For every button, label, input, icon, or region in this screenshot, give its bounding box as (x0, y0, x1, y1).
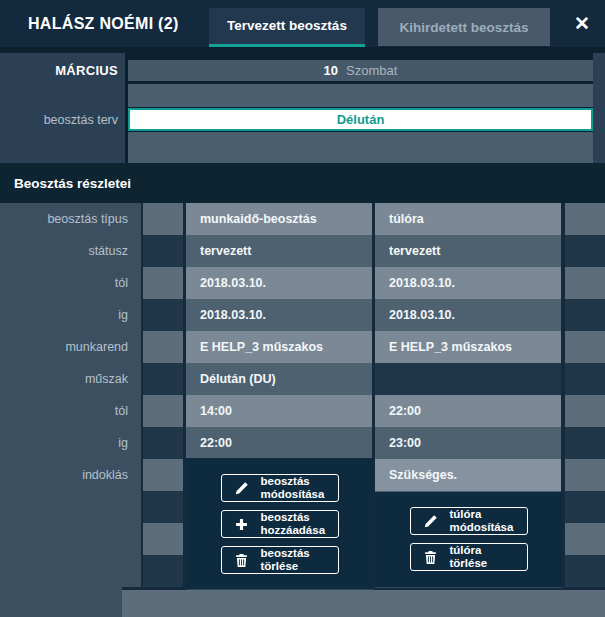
row-label: tól (0, 267, 141, 299)
pencil-icon (234, 480, 250, 496)
row-label: beosztás típus (0, 203, 141, 235)
label-column-extension (0, 587, 122, 617)
calendar-empty-band-top (128, 84, 593, 107)
trash-icon (423, 549, 439, 565)
value-cell-tulora: 2018.03.10. (375, 299, 561, 331)
row-margin (565, 459, 605, 491)
day-number: 10 (324, 63, 338, 78)
pencil-icon (423, 513, 439, 529)
row-spacer (143, 491, 183, 523)
shift-detail-dialog: HALÁSZ NOÉMI (2) Tervezett beosztás Kihi… (0, 0, 605, 617)
tab-tervezett-beosztas[interactable]: Tervezett beosztás (209, 8, 365, 47)
beosztas-torlese-button[interactable]: beosztás törlése (221, 546, 339, 574)
calendar-empty-band-bottom (128, 132, 593, 163)
value-cell-beosztas: 2018.03.10. (186, 299, 372, 331)
selected-date-row[interactable]: 10 Szombat (128, 60, 593, 81)
row-spacer (143, 267, 183, 299)
value-cell-beosztas: Délután (DU) (186, 363, 372, 395)
value-cell-tulora: 2018.03.10. (375, 267, 561, 299)
row-spacer (143, 427, 183, 459)
value-cell-beosztas: 14:00 (186, 395, 372, 427)
row-spacer (143, 523, 183, 555)
button-label: beosztás törlése (261, 547, 310, 573)
value-cell-beosztas: 2018.03.10. (186, 267, 372, 299)
value-cell-tulora: 22:00 (375, 395, 561, 427)
button-label: túlóra módosítása (450, 508, 514, 534)
beosztas-hozzaadasa-button[interactable]: beosztás hozzáadása (221, 510, 339, 538)
row-spacer (143, 299, 183, 331)
table-row: státusz tervezett tervezett (0, 235, 605, 267)
row-label (0, 555, 141, 587)
month-label: MÁRCIUS (0, 60, 118, 81)
row-margin (565, 395, 605, 427)
table-row: műszak Délután (DU) (0, 363, 605, 395)
beosztas-actions-panel: beosztás módosítása beosztás hozzáadása (186, 458, 373, 590)
button-label: túlóra törlése (450, 544, 488, 570)
beosztas-modositasa-button[interactable]: beosztás módosítása (221, 474, 339, 502)
row-label (0, 523, 141, 555)
row-spacer (143, 203, 183, 235)
value-cell-tulora: 23:00 (375, 427, 561, 459)
trash-icon (234, 552, 250, 568)
row-label: indoklás (0, 459, 141, 491)
row-label: munkarend (0, 331, 141, 363)
employee-name-title: HALÁSZ NOÉMI (2) (28, 0, 179, 47)
table-row: beosztás típus munkaidő-beosztás túlóra (0, 203, 605, 235)
value-cell-tulora: tervezett (375, 235, 561, 267)
calendar-section: MÁRCIUS 10 Szombat beosztás terv Délután (0, 47, 605, 163)
value-cell-beosztas: E HELP_3 műszakos (186, 331, 372, 363)
row-label: ig (0, 299, 141, 331)
row-spacer (143, 395, 183, 427)
day-name: Szombat (346, 63, 397, 78)
close-icon: ✕ (574, 14, 590, 33)
button-label: beosztás hozzáadása (261, 511, 326, 537)
value-cell-beosztas: munkaidő-beosztás (186, 203, 372, 235)
row-margin (565, 267, 605, 299)
table-row: ig 22:00 23:00 (0, 427, 605, 459)
tab-kihirdetett-beosztas[interactable]: Kihirdetett beosztás (378, 8, 550, 46)
tulora-torlese-button[interactable]: túlóra törlése (410, 543, 528, 571)
table-row: tól 2018.03.10. 2018.03.10. (0, 267, 605, 299)
value-cell-beosztas: 22:00 (186, 427, 372, 459)
value-cell-beosztas: tervezett (186, 235, 372, 267)
tulora-modositasa-button[interactable]: túlóra módosítása (410, 507, 528, 535)
table-row: munkarend E HELP_3 műszakos E HELP_3 műs… (0, 331, 605, 363)
row-margin (565, 203, 605, 235)
table-row: tól 14:00 22:00 (0, 395, 605, 427)
button-label: beosztás módosítása (261, 475, 325, 501)
row-margin (565, 523, 605, 555)
row-margin (565, 427, 605, 459)
row-spacer (143, 331, 183, 363)
row-label: státusz (0, 235, 141, 267)
tulora-actions-panel: túlóra módosítása túlóra törlése (375, 492, 562, 588)
row-margin (565, 299, 605, 331)
row-label: tól (0, 395, 141, 427)
row-label: műszak (0, 363, 141, 395)
row-margin (565, 491, 605, 523)
value-cell-tulora-note: Szükséges. (375, 459, 561, 491)
row-spacer (143, 459, 183, 491)
plan-label: beosztás terv (0, 108, 118, 131)
value-cell-tulora: E HELP_3 műszakos (375, 331, 561, 363)
row-margin (565, 331, 605, 363)
table-footer-band (122, 590, 605, 617)
row-spacer (143, 555, 183, 587)
close-button[interactable]: ✕ (570, 11, 594, 35)
dialog-header: HALÁSZ NOÉMI (2) Tervezett beosztás Kihi… (0, 0, 605, 47)
calendar-right-panel (593, 53, 605, 163)
value-cell-tulora: túlóra (375, 203, 561, 235)
row-margin (565, 235, 605, 267)
row-margin (565, 555, 605, 587)
plus-icon (234, 516, 250, 532)
selected-plan-row[interactable]: Délután (128, 108, 593, 131)
value-cell-tulora-empty (375, 363, 561, 395)
table-row: ig 2018.03.10. 2018.03.10. (0, 299, 605, 331)
row-spacer (143, 363, 183, 395)
row-label: ig (0, 427, 141, 459)
details-section-title: Beosztás részletei (0, 163, 605, 203)
row-margin (565, 363, 605, 395)
row-label (0, 491, 141, 523)
row-spacer (143, 235, 183, 267)
